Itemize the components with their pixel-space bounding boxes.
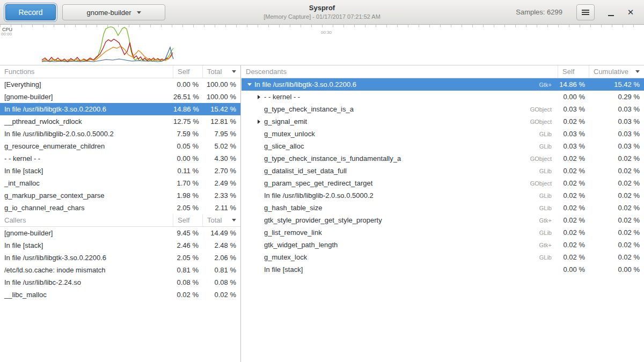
symbol-name: g_signal_emit	[241, 117, 516, 125]
descendant-row[interactable]: g_list_remove_linkGLib0.02 %0.02 %	[241, 226, 644, 239]
library-badge: Gtk+	[516, 242, 558, 248]
descendant-row[interactable]: g_slice_allocGLib0.03 %0.03 %	[241, 140, 644, 152]
descendant-row[interactable]: g_mutex_unlockGLib0.03 %0.03 %	[241, 128, 644, 140]
descendant-row[interactable]: g_mutex_lockGLib0.02 %0.02 %	[241, 251, 644, 263]
process-selector-dropdown[interactable]: gnome-builder	[62, 4, 165, 20]
function-row[interactable]: - - kernel - -0.00 %4.30 %	[0, 152, 240, 165]
callers-column-header[interactable]: Callers	[0, 214, 173, 226]
descendants-table: In file /usr/lib/libgtk-3.so.0.2200.6Gtk…	[241, 78, 644, 276]
symbol-name-text: gtk_widget_path_length	[264, 241, 338, 249]
expander-collapsed-icon[interactable]	[255, 118, 262, 125]
expander-collapsed-icon[interactable]	[255, 93, 262, 100]
descendants-self-column-header[interactable]: Self	[558, 65, 589, 78]
descendant-row[interactable]: g_datalist_id_set_data_fullGLib0.02 %0.0…	[241, 165, 644, 177]
descendant-row[interactable]: gtk_widget_path_lengthGtk+0.02 %0.02 %	[241, 239, 644, 251]
descendants-cumulative-column-header[interactable]: Cumulative	[589, 65, 644, 78]
cumulative-value: 0.02 %	[589, 241, 644, 249]
symbol-name: __pthread_rwlock_rdlock	[0, 117, 173, 125]
library-badge: GObject	[516, 106, 558, 113]
functions-total-column-header[interactable]: Total	[203, 65, 240, 78]
descendant-row[interactable]: In file /usr/lib/libglib-2.0.so.0.5000.2…	[241, 189, 644, 202]
function-row[interactable]: __pthread_rwlock_rdlock12.75 %12.81 %	[0, 115, 240, 128]
descendant-row[interactable]: g_param_spec_get_redirect_targetGObject0…	[241, 177, 644, 189]
function-row[interactable]: _int_malloc1.70 %2.49 %	[0, 177, 240, 189]
symbol-name: [gnome-builder]	[0, 93, 173, 101]
cpu-timeline-graph[interactable]: CPU 00:00 00:30	[0, 25, 644, 65]
self-value: 0.02 %	[558, 204, 589, 212]
cumulative-value: 0.02 %	[589, 216, 644, 224]
descendant-row[interactable]: g_signal_emitGObject0.02 %0.03 %	[241, 115, 644, 128]
descendant-row[interactable]: gtk_style_provider_get_style_propertyGtk…	[241, 214, 644, 226]
symbol-name: g_mutex_unlock	[241, 130, 516, 138]
symbol-name: In file /usr/lib/libglib-2.0.so.0.5000.2	[241, 191, 516, 200]
descendant-row[interactable]: g_type_check_instance_is_aGObject0.03 %0…	[241, 103, 644, 115]
record-button[interactable]: Record	[5, 4, 56, 20]
symbol-name: - - kernel - -	[241, 93, 516, 101]
expander-spacer	[255, 180, 262, 187]
function-row[interactable]: In file /usr/lib/libgtk-3.so.0.2200.614.…	[0, 103, 240, 115]
symbol-name: In file /usr/lib/libglib-2.0.so.0.5000.2	[0, 130, 173, 138]
self-value: 0.03 %	[558, 130, 589, 138]
caller-row[interactable]: /etc/ld.so.cache: inode mismatch0.81 %0.…	[0, 264, 240, 276]
descendant-row[interactable]: g_type_check_instance_is_fundamentally_a…	[241, 152, 644, 165]
library-badge: Gtk+	[516, 217, 558, 224]
symbol-name: In file /usr/lib/libgtk-3.so.0.2200.6	[241, 80, 516, 88]
callers-self-column-header[interactable]: Self	[173, 214, 203, 226]
function-row[interactable]: [Everything]0.00 %100.00 %	[0, 78, 240, 91]
expander-spacer	[255, 217, 262, 224]
symbol-name-text: g_param_spec_get_redirect_target	[264, 179, 372, 187]
function-row[interactable]: In file /usr/lib/libglib-2.0.so.0.5000.2…	[0, 128, 240, 140]
descendant-row[interactable]: - - kernel - -0.00 %0.29 %	[241, 91, 644, 103]
expander-spacer	[255, 143, 262, 150]
cumulative-value: 0.02 %	[589, 228, 644, 237]
self-value: 0.02 %	[558, 191, 589, 200]
descendant-row[interactable]: In file [stack]0.00 %0.00 %	[241, 263, 644, 276]
symbol-name-text: g_mutex_lock	[264, 253, 307, 261]
library-badge: GLib	[516, 131, 558, 137]
expander-expanded-icon[interactable]	[246, 81, 253, 88]
callers-total-column-header[interactable]: Total	[203, 214, 240, 226]
expander-spacer	[255, 192, 262, 199]
self-value: 0.02 %	[173, 291, 203, 299]
self-value: 0.02 %	[558, 228, 589, 237]
expander-spacer	[255, 106, 262, 113]
timeline-mid-label: 00:30	[321, 30, 332, 35]
caller-row[interactable]: In file [stack]2.46 %2.48 %	[0, 239, 240, 252]
library-badge: GObject	[516, 156, 558, 162]
minimize-button[interactable]	[605, 7, 616, 18]
self-value: 0.02 %	[558, 179, 589, 187]
self-value: 1.70 %	[173, 179, 203, 187]
library-badge: GLib	[516, 168, 558, 174]
functions-column-header[interactable]: Functions	[0, 65, 173, 78]
symbol-name-text: g_signal_emit	[264, 117, 307, 125]
close-button[interactable]: ✕	[625, 6, 636, 18]
function-row[interactable]: [gnome-builder]26.51 %100.00 %	[0, 91, 240, 103]
samples-count: Samples: 6299	[516, 8, 562, 16]
caller-row[interactable]: In file /usr/lib/libgtk-3.so.0.2200.62.0…	[0, 252, 240, 264]
total-value: 2.33 %	[203, 191, 240, 200]
total-value: 5.02 %	[203, 142, 240, 150]
symbol-name: g_type_check_instance_is_fundamentally_a	[241, 154, 516, 162]
expander-spacer	[255, 204, 262, 211]
symbol-name: g_slice_alloc	[241, 142, 516, 150]
descendants-table-header: Descendants Self Cumulative	[241, 65, 644, 78]
total-value: 0.81 %	[203, 266, 240, 274]
function-row[interactable]: g_resource_enumerate_children0.05 %5.02 …	[0, 140, 240, 152]
callers-total-label: Total	[207, 216, 222, 224]
caller-row[interactable]: __libc_malloc0.02 %0.02 %	[0, 289, 240, 301]
symbol-name-text: g_type_check_instance_is_a	[264, 105, 354, 113]
self-value: 0.05 %	[173, 142, 203, 150]
descendant-row[interactable]: g_hash_table_sizeGLib0.02 %0.02 %	[241, 202, 644, 214]
descendants-column-header[interactable]: Descendants	[241, 65, 558, 78]
function-row[interactable]: g_markup_parse_context_parse1.98 %2.33 %	[0, 189, 240, 202]
function-row[interactable]: g_io_channel_read_chars2.05 %2.11 %	[0, 202, 240, 214]
caller-row[interactable]: In file /usr/lib/libc-2.24.so0.08 %0.08 …	[0, 276, 240, 289]
descendant-row[interactable]: In file /usr/lib/libgtk-3.so.0.2200.6Gtk…	[241, 78, 644, 91]
self-value: 14.86 %	[173, 105, 203, 113]
function-row[interactable]: In file [stack]0.11 %2.70 %	[0, 165, 240, 177]
caller-row[interactable]: [gnome-builder]9.45 %14.49 %	[0, 227, 240, 239]
self-value: 0.00 %	[558, 93, 589, 101]
functions-self-column-header[interactable]: Self	[173, 65, 203, 78]
menu-button[interactable]	[576, 4, 595, 20]
symbol-name: g_mutex_lock	[241, 253, 516, 261]
